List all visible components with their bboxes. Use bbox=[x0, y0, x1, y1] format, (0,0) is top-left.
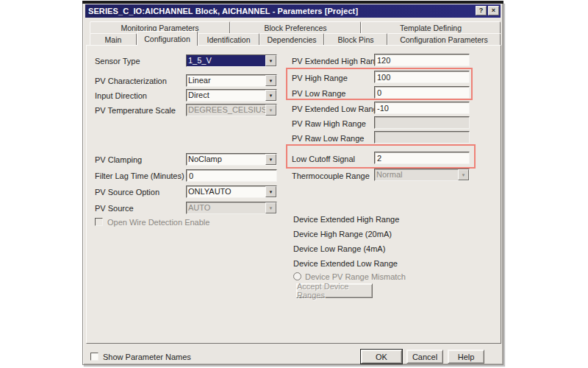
filter-lag-time-input[interactable] bbox=[186, 169, 277, 182]
tab-template-defining[interactable]: Template Defining bbox=[361, 21, 501, 33]
title-bar[interactable]: SERIES_C_IO:AICHANNEL Block, AICHANNEL -… bbox=[85, 4, 501, 18]
tab-identification[interactable]: Identification bbox=[198, 33, 259, 45]
screenshot-background: { "window": { "title": "SERIES_C_IO:AICH… bbox=[0, 0, 588, 368]
help-button[interactable]: Help bbox=[448, 350, 484, 364]
pv-raw-high-range-label: PV Raw High Range bbox=[292, 119, 366, 128]
close-icon[interactable]: × bbox=[488, 6, 499, 15]
pv-raw-high-range-input[interactable] bbox=[374, 116, 470, 129]
pv-source-value: AUTO bbox=[187, 202, 265, 213]
thermocouple-range-value: Normal bbox=[375, 169, 458, 180]
input-direction-label: Input Direction bbox=[95, 91, 147, 100]
device-pv-range-mismatch-radio[interactable] bbox=[293, 272, 301, 280]
device-pv-range-mismatch-label: Device PV Range Mismatch bbox=[305, 272, 406, 281]
pv-source-option-label: PV Source Option bbox=[95, 188, 159, 197]
window-title: SERIES_C_IO:AICHANNEL Block, AICHANNEL -… bbox=[88, 7, 358, 15]
tab-block-pins[interactable]: Block Pins bbox=[324, 33, 387, 45]
tab-main[interactable]: Main bbox=[90, 33, 137, 45]
sensor-type-select[interactable]: 1_5_V ▼ bbox=[186, 54, 277, 67]
pv-temperature-scale-select[interactable]: DEGREES_CELSIUS ▼ bbox=[186, 104, 277, 116]
chevron-down-icon[interactable]: ▼ bbox=[265, 90, 276, 101]
show-parameter-names-label: Show Parameter Names bbox=[103, 353, 191, 361]
pv-extended-low-range-label: PV Extended Low Range bbox=[292, 105, 382, 113]
sensor-type-value: 1_5_V bbox=[187, 55, 265, 66]
pv-source-option-value: ONLYAUTO bbox=[187, 186, 265, 197]
accept-device-ranges-button[interactable]: Accept Device Ranges bbox=[296, 283, 373, 298]
pv-high-range-input[interactable] bbox=[374, 71, 470, 83]
open-wire-detection-checkbox[interactable] bbox=[95, 218, 103, 226]
thermocouple-range-label: Thermocouple Range bbox=[292, 171, 370, 180]
tab-configuration[interactable]: Configuration bbox=[137, 31, 198, 46]
pv-extended-high-range-label: PV Extended High Range bbox=[292, 57, 384, 66]
pv-temperature-scale-label: PV Temperature Scale bbox=[95, 106, 176, 115]
pv-characterization-select[interactable]: Linear ▼ bbox=[186, 74, 277, 87]
window-top-edge bbox=[82, 1, 503, 4]
tab-dependencies[interactable]: Dependencies bbox=[259, 33, 324, 45]
pv-characterization-label: PV Characterization bbox=[95, 77, 167, 85]
open-wire-detection-label: Open Wire Detection Enable bbox=[107, 218, 209, 227]
show-parameter-names-checkbox[interactable] bbox=[90, 353, 98, 361]
device-extended-high-range-label: Device Extended High Range bbox=[293, 215, 399, 224]
device-low-range-label: Device Low Range (4mA) bbox=[293, 244, 385, 253]
cancel-button[interactable]: Cancel bbox=[406, 350, 443, 364]
device-extended-low-range-label: Device Extended Low Range bbox=[293, 259, 398, 268]
low-cutoff-signal-label: Low Cutoff Signal bbox=[292, 155, 355, 163]
sensor-type-label: Sensor Type bbox=[95, 57, 140, 66]
low-cutoff-signal-input[interactable] bbox=[374, 152, 470, 164]
parameters-dialog: SERIES_C_IO:AICHANNEL Block, AICHANNEL -… bbox=[82, 2, 503, 365]
chevron-down-icon: ▼ bbox=[265, 202, 276, 213]
pv-clamping-value: NoClamp bbox=[187, 154, 265, 165]
pv-source-label: PV Source bbox=[95, 204, 134, 213]
pv-clamping-select[interactable]: NoClamp ▼ bbox=[186, 153, 277, 166]
ok-button[interactable]: OK bbox=[361, 350, 402, 364]
input-direction-select[interactable]: Direct ▼ bbox=[186, 89, 277, 102]
pv-raw-low-range-input[interactable] bbox=[374, 131, 470, 144]
tab-block-preferences[interactable]: Block Preferences bbox=[230, 21, 361, 33]
pv-clamping-label: PV Clamping bbox=[95, 155, 142, 164]
pv-low-range-input[interactable] bbox=[374, 86, 470, 99]
chevron-down-icon[interactable]: ▼ bbox=[265, 55, 276, 66]
pv-low-range-label: PV Low Range bbox=[292, 89, 345, 98]
chevron-down-icon[interactable]: ▼ bbox=[265, 75, 276, 86]
pv-extended-low-range-input[interactable] bbox=[374, 102, 470, 114]
chevron-down-icon[interactable]: ▼ bbox=[265, 186, 276, 197]
pv-raw-low-range-label: PV Raw Low Range bbox=[292, 134, 364, 143]
tab-configuration-parameters[interactable]: Configuration Parameters bbox=[387, 33, 501, 45]
pv-extended-high-range-input[interactable] bbox=[374, 54, 470, 66]
thermocouple-range-select[interactable]: Normal ▼ bbox=[374, 169, 470, 181]
help-icon[interactable]: ? bbox=[476, 6, 487, 15]
chevron-down-icon: ▼ bbox=[265, 105, 276, 116]
pv-characterization-value: Linear bbox=[187, 75, 265, 86]
pv-temperature-scale-value: DEGREES_CELSIUS bbox=[187, 105, 265, 116]
pv-high-range-label: PV High Range bbox=[292, 74, 348, 82]
chevron-down-icon[interactable]: ▼ bbox=[265, 154, 276, 165]
filter-lag-time-label: Filter Lag Time (Minutes) bbox=[95, 171, 184, 180]
pv-source-option-select[interactable]: ONLYAUTO ▼ bbox=[186, 185, 277, 198]
device-high-range-label: Device High Range (20mA) bbox=[293, 230, 392, 238]
pv-source-select[interactable]: AUTO ▼ bbox=[186, 202, 277, 214]
input-direction-value: Direct bbox=[187, 90, 265, 101]
chevron-down-icon: ▼ bbox=[458, 169, 469, 180]
